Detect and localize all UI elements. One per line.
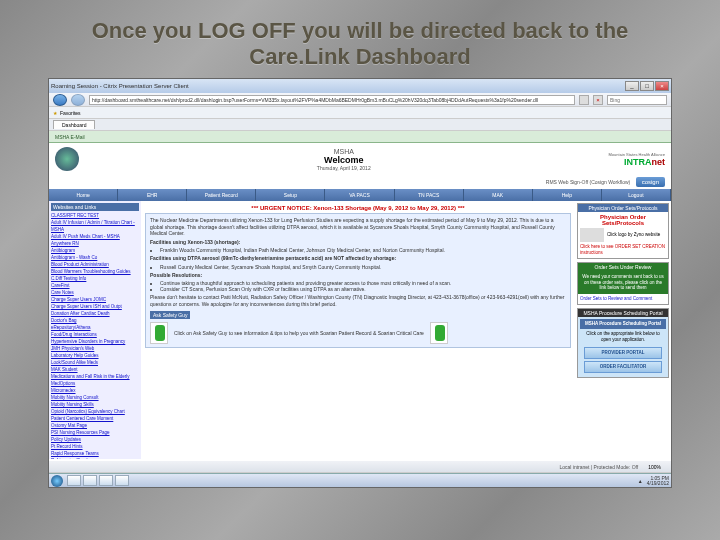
maximize-button[interactable]: □ — [640, 81, 654, 91]
sidebar-link[interactable]: Refrigerator Checks — [51, 457, 139, 459]
tray-icon[interactable]: ▲ — [638, 478, 643, 484]
back-button[interactable] — [53, 94, 67, 106]
sidebar-link[interactable]: Look/Sound Alike Meds — [51, 359, 139, 366]
sidebar-link[interactable]: Blood Warmers Troubleshooting Guides — [51, 268, 139, 275]
left-header: Websites and Links — [51, 203, 139, 211]
nav-setup[interactable]: Setup — [256, 189, 325, 201]
sidebar-link[interactable]: CLASS/RFT REC TEST — [51, 212, 139, 219]
star-icon: ★ — [53, 110, 57, 116]
notice-h2: Facilities using DTPA aerosol (99mTc-die… — [150, 255, 396, 261]
minimize-button[interactable]: _ — [625, 81, 639, 91]
sidebar-link[interactable]: Mobiity Nursing Consult — [51, 394, 139, 401]
forward-button[interactable] — [71, 94, 85, 106]
tab-bar: Dashboard — [49, 119, 671, 131]
sidebar-link[interactable]: MedOptions — [51, 380, 139, 387]
sidebar-link[interactable]: Pt Record Hints — [51, 443, 139, 450]
safety-guy-icon[interactable] — [150, 322, 168, 344]
task-media-icon[interactable] — [99, 475, 113, 486]
cosign-button[interactable]: cosign — [636, 177, 665, 187]
header-area: MSHA Welcome Thursday, April 19, 2012 Mo… — [49, 143, 671, 175]
sidebar-link[interactable]: Donation After Cardiac Death — [51, 310, 139, 317]
browser-toolbar: http://dashboard.smthealthcare.net/dsh/p… — [49, 93, 671, 107]
review-box: Order Sets Under Review We need your com… — [577, 262, 669, 305]
signoff-row: RMS Web Sign-Off (Cosign Workflow) cosig… — [49, 175, 671, 189]
sidebar-link[interactable]: Adult IV Push Meds Chart - MSHA — [51, 233, 139, 240]
close-button[interactable]: × — [655, 81, 669, 91]
sidebar-link[interactable]: Medications and Fall Risk in the Elderly — [51, 373, 139, 380]
notice-h3: Possible Resolutions: — [150, 272, 202, 278]
sidebar-link[interactable]: CareFirst — [51, 282, 139, 289]
order-facilitator-button[interactable]: ORDER FACILITATOR — [584, 361, 662, 373]
sidebar-link[interactable]: Charge Super Users ISH and Outpt — [51, 303, 139, 310]
zynxcare-icon[interactable] — [580, 228, 604, 242]
nav-tn-pacs[interactable]: TN PACS — [395, 189, 464, 201]
right-sidebar: Physician Order Sets/Protocols Physician… — [575, 201, 671, 459]
sidebar-link[interactable]: Ostomy Mat Page — [51, 422, 139, 429]
notice-box: The Nuclear Medicine Departments utilizi… — [145, 213, 571, 348]
sidebar-link[interactable]: Opioid (Narcotics) Equivalency Chart — [51, 408, 139, 415]
start-orb-icon[interactable] — [51, 475, 63, 487]
notice-p2: Please don't hesitate to contact Patti M… — [150, 294, 566, 307]
sidebar-link[interactable]: Mobiity Nursing Skills — [51, 401, 139, 408]
scheduling-box: MSHA Procedure Scheduling Portal MSHA Pr… — [577, 308, 669, 378]
sidebar-link[interactable]: JMH Physician's Web — [51, 345, 139, 352]
nav-home[interactable]: Home — [49, 189, 118, 201]
nav-ehr[interactable]: EHR — [118, 189, 187, 201]
sidebar-link[interactable]: PSI Nursing Resources Page — [51, 429, 139, 436]
scheduling-msg: Click on the appropriate link below to o… — [580, 329, 666, 345]
task-app-icon[interactable] — [115, 475, 129, 486]
ordersets-box: Physician Order Sets/Protocols Physician… — [577, 203, 669, 259]
sidebar-link[interactable]: Food/Drug Interactions — [51, 331, 139, 338]
review-header: Order Sets Under Review — [578, 263, 668, 271]
task-explorer-icon[interactable] — [83, 475, 97, 486]
orderset-instructions-link[interactable]: Click here to see ORDER SET CREATION ins… — [580, 244, 665, 255]
tab-dashboard[interactable]: Dashboard — [53, 120, 95, 129]
nav-mak[interactable]: MAK — [464, 189, 533, 201]
nav-va-pacs[interactable]: VA PACS — [325, 189, 394, 201]
tray-date: 4/19/2012 — [647, 481, 669, 486]
sidebar-link[interactable]: Blood Product Administration — [51, 261, 139, 268]
task-ie-icon[interactable] — [67, 475, 81, 486]
search-input[interactable] — [607, 95, 667, 105]
sidebar-link[interactable]: C.Diff Testing Info — [51, 275, 139, 282]
review-msg: We need your comments sent back to us on… — [578, 271, 668, 294]
review-link[interactable]: Order Sets to Review and Comment — [580, 296, 652, 301]
nav-logout[interactable]: Logout — [602, 189, 671, 201]
notice-p1: The Nuclear Medicine Departments utilizi… — [150, 217, 566, 237]
urgent-notice-title: *** URGENT NOTICE: Xenon-133 Shortage (M… — [145, 205, 571, 211]
sidebar-link[interactable]: Antibiogram - Wash Co — [51, 254, 139, 261]
sidebar-link[interactable]: Hypertensive Disorders in Pregnancy — [51, 338, 139, 345]
top-band: MSHA E-Mail — [49, 131, 671, 143]
taskbar: ▲ 1:05 PM 4/19/2012 — [49, 473, 671, 487]
nav-help[interactable]: Help — [533, 189, 602, 201]
sidebar-link[interactable]: Antibiogram — [51, 247, 139, 254]
sidebar-link[interactable]: Patient Centered Care Moment — [51, 415, 139, 422]
address-bar[interactable]: http://dashboard.smthealthcare.net/dsh/p… — [89, 95, 575, 105]
sidebar-link[interactable]: MAK Student — [51, 366, 139, 373]
scheduling-title: MSHA Procedure Scheduling Portal — [580, 319, 666, 329]
sidebar-link[interactable]: Charge Super Users JOMC — [51, 296, 139, 303]
welcome-text: Welcome — [324, 155, 363, 165]
left-sidebar: Websites and Links CLASS/RFT REC TESTAdu… — [49, 201, 141, 459]
sidebar-link[interactable]: Laboratory Help Guides — [51, 352, 139, 359]
zone-label: Local intranet | Protected Mode: Off — [559, 464, 638, 470]
sidebar-link[interactable]: Policy Updates — [51, 436, 139, 443]
zoom-label: 100% — [648, 464, 661, 470]
refresh-button[interactable] — [579, 95, 589, 105]
sidebar-link[interactable]: Doctor's Bag — [51, 317, 139, 324]
nav-patient-record[interactable]: Patient Record — [187, 189, 256, 201]
main-nav: HomeEHRPatient RecordSetupVA PACSTN PACS… — [49, 189, 671, 201]
safety-guy-icon-2[interactable] — [430, 322, 448, 344]
sidebar-link[interactable]: Care Notes — [51, 289, 139, 296]
provider-portal-button[interactable]: PROVIDER PORTAL — [584, 347, 662, 359]
msha-logo-icon — [55, 147, 79, 171]
sidebar-link[interactable]: eRepository/Athena — [51, 324, 139, 331]
notice-li3b: Consider CT Scans, Perfusion Scan Only w… — [160, 286, 566, 292]
ask-safety-header: Ask Safety Guy — [150, 311, 190, 319]
sidebar-link[interactable]: Anywhere RN — [51, 240, 139, 247]
sidebar-link[interactable]: Rapid Response Teams — [51, 450, 139, 457]
zyno-text: Click logo by Zyno website — [607, 232, 660, 237]
sidebar-link[interactable]: Micromedex — [51, 387, 139, 394]
stop-button[interactable]: × — [593, 95, 603, 105]
sidebar-link[interactable]: Adult IV Infusion / Admin / Titration Ch… — [51, 219, 139, 233]
